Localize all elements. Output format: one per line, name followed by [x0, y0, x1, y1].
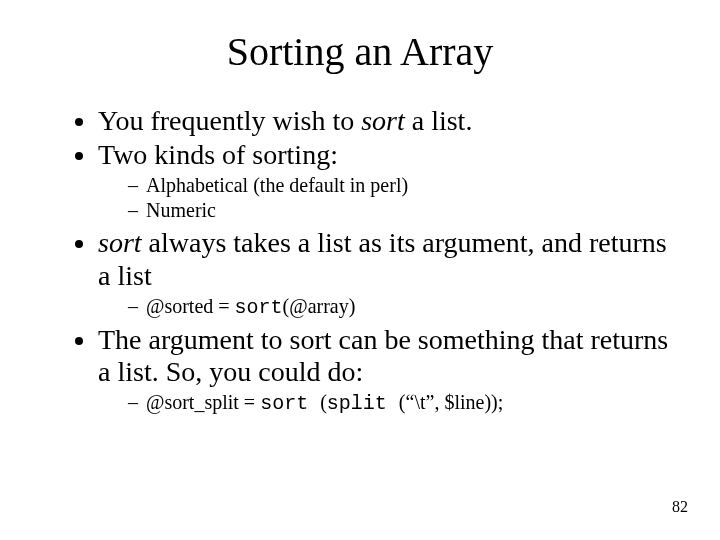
bullet-2: Two kinds of sorting: Alphabetical (the … [98, 139, 680, 227]
bullet-4-sub-1-run-2: ( [320, 391, 327, 413]
bullet-list: You frequently wish to sort a list. Two … [40, 105, 680, 420]
bullet-4-sub-1-run-4: (“\t”, $line)); [399, 391, 503, 413]
slide: Sorting an Array You frequently wish to … [0, 0, 720, 540]
bullet-4-sub-1: @sort_split = sort (split (“\t”, $line))… [128, 390, 680, 416]
bullet-2-run-0: Two kinds of sorting: [98, 139, 338, 170]
bullet-4-sublist: @sort_split = sort (split (“\t”, $line))… [98, 390, 680, 416]
bullet-3-sub-1-run-1: sort [235, 296, 283, 319]
bullet-3-sub-1-run-2: (@array) [283, 295, 356, 317]
bullet-2-sublist: Alphabetical (the default in perl) Numer… [98, 173, 680, 223]
bullet-2-sub-1: Alphabetical (the default in perl) [128, 173, 680, 198]
bullet-4-sub-1-run-0: @sort_split = [146, 391, 260, 413]
bullet-3-sub-1-run-0: @sorted = [146, 295, 235, 317]
bullet-2-sub-2-run-0: Numeric [146, 199, 216, 221]
bullet-3: sort always takes a list as its argument… [98, 227, 680, 323]
bullet-3-run-0: sort [98, 227, 142, 258]
bullet-1-run-2: a list. [405, 105, 473, 136]
bullet-4-sub-1-run-1: sort [260, 392, 320, 415]
bullet-1-run-1: sort [361, 105, 405, 136]
bullet-4: The argument to sort can be something th… [98, 324, 680, 420]
bullet-3-run-1: always takes a list as its argument, and… [98, 227, 667, 290]
bullet-4-sub-1-run-3: split [327, 392, 399, 415]
page-number: 82 [672, 498, 688, 516]
bullet-1-run-0: You frequently wish to [98, 105, 361, 136]
bullet-2-sub-1-run-0: Alphabetical (the default in perl) [146, 174, 408, 196]
bullet-4-run-0: The argument to sort can be something th… [98, 324, 668, 387]
bullet-3-sub-1: @sorted = sort(@array) [128, 294, 680, 320]
slide-title: Sorting an Array [40, 28, 680, 75]
bullet-2-sub-2: Numeric [128, 198, 680, 223]
bullet-3-sublist: @sorted = sort(@array) [98, 294, 680, 320]
bullet-1: You frequently wish to sort a list. [98, 105, 680, 139]
